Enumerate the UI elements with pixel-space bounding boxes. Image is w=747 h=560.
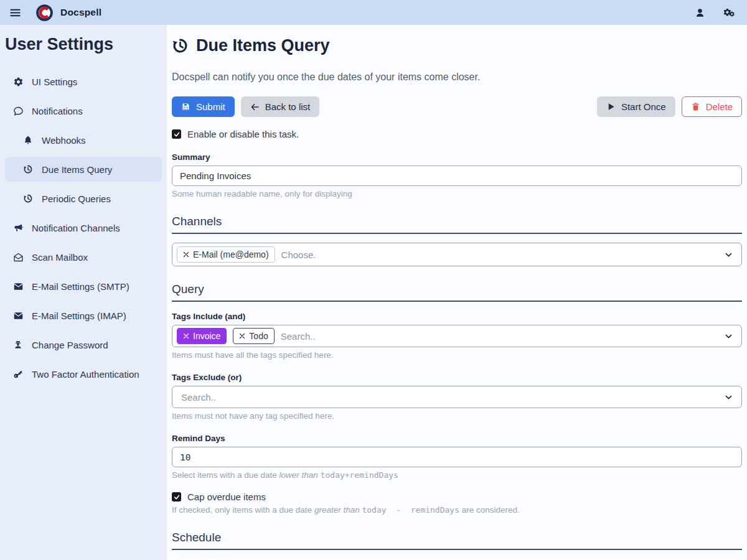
schedule-divider [172,549,742,550]
save-icon [181,102,190,111]
key-icon [12,368,24,380]
enable-task-label: Enable or disable this task. [187,129,299,139]
user-secret-icon [12,339,24,350]
query-divider [172,301,742,302]
chevron-down-icon [725,251,733,259]
history-icon [172,37,189,54]
cap-overdue-help: If checked, only items with a due date g… [172,505,742,515]
sidebar-item-label: UI Settings [32,77,77,87]
sidebar-item-label: Webhooks [42,135,86,146]
sidebar-item-label: E-Mail Settings (IMAP) [32,310,126,321]
channel-chip-email[interactable]: E-Mail (me@demo) [177,246,275,263]
query-heading: Query [172,282,742,296]
remove-chip-icon[interactable] [183,251,189,258]
trash-icon [691,102,700,111]
schedule-heading: Schedule [172,531,742,544]
envelope-open-icon [12,251,24,263]
docspell-logo [36,4,53,21]
sidebar-item-label: Change Password [32,340,108,350]
bell-icon [22,134,34,146]
remind-days-input[interactable] [172,447,742,467]
tags-include-placeholder: Search.. [281,331,316,342]
tags-exclude-label: Tags Exclude (or) [172,373,742,382]
sidebar-item-label: Scan Mailbox [32,252,88,263]
channels-divider [172,233,742,234]
sidebar-item-label: Periodic Queries [42,194,111,204]
tags-exclude-select[interactable]: Search.. [172,386,742,408]
sidebar-item-ui-settings[interactable]: UI Settings [5,69,162,94]
tag-chip-invoice[interactable]: Invoice [177,328,227,344]
enable-task-row: Enable or disable this task. [172,129,742,139]
sidebar-item-label: Two Factor Authentication [32,369,139,380]
channels-heading: Channels [172,215,742,228]
remind-days-help: Select items with a due date lower than … [172,470,742,480]
tags-include-help: Items must have all the tags specified h… [172,350,742,360]
action-buttons: Submit Back to list Start Once Delete [172,96,742,117]
top-navbar: Docspell [0,0,747,25]
sidebar-item-label: Notifications [32,106,83,116]
enable-task-checkbox[interactable] [172,129,181,139]
sidebar-item-two-factor[interactable]: Two Factor Authentication [5,362,162,386]
bullhorn-icon [12,222,24,233]
history-icon [22,164,34,175]
sidebar-item-label: Due Items Query [42,164,112,175]
sidebar-item-due-items-query[interactable]: Due Items Query [5,157,162,182]
sidebar-item-notification-channels[interactable]: Notification Channels [5,215,162,240]
sidebar-item-email-smtp[interactable]: E-Mail Settings (SMTP) [5,274,162,299]
sidebar-item-change-password[interactable]: Change Password [5,332,162,357]
gear-icon [12,76,24,87]
cap-overdue-checkbox[interactable] [172,492,181,502]
chevron-down-icon [725,332,733,340]
envelope-icon [12,310,24,321]
channels-placeholder: Choose. [281,250,316,260]
sidebar-item-label: Notification Channels [32,223,120,233]
history-icon [22,193,34,204]
delete-button[interactable]: Delete [682,96,742,117]
play-icon [606,102,616,111]
settings-cogs-icon[interactable] [723,6,736,19]
comment-icon [12,105,24,116]
app-title: Docspell [60,7,101,18]
arrow-left-icon [250,102,260,111]
tags-include-label: Tags Include (and) [172,312,742,321]
sidebar-item-scan-mailbox[interactable]: Scan Mailbox [5,245,162,269]
summary-label: Summary [172,152,742,162]
summary-help: Some human readable name, only for displ… [172,189,742,198]
start-once-button[interactable]: Start Once [597,96,675,117]
hamburger-menu-icon[interactable] [9,6,21,19]
tags-include-select[interactable]: Invoice Todo Search.. [172,325,742,347]
page-title: Due Items Query [172,36,742,55]
sidebar-item-label: E-Mail Settings (SMTP) [32,281,129,292]
page-description: Docspell can notify you once the due dat… [172,72,742,83]
sidebar-item-email-imap[interactable]: E-Mail Settings (IMAP) [5,303,162,328]
back-to-list-button[interactable]: Back to list [241,96,320,117]
sidebar-item-notifications[interactable]: Notifications [5,98,162,123]
tag-chip-todo[interactable]: Todo [233,328,274,344]
summary-input[interactable] [172,166,742,186]
sidebar-title: User Settings [5,35,162,54]
sidebar-item-webhooks[interactable]: Webhooks [5,128,162,152]
user-settings-sidebar: User Settings UI Settings Notifications … [0,25,167,560]
envelope-icon [12,281,24,292]
remind-days-label: Remind Days [172,434,742,443]
channels-select[interactable]: E-Mail (me@demo) Choose. [172,243,742,266]
sidebar-item-periodic-queries[interactable]: Periodic Queries [5,186,162,211]
chevron-down-icon [725,393,733,401]
cap-overdue-row: Cap overdue items [172,492,742,502]
tags-exclude-help: Items must not have any tag specified he… [172,411,742,421]
remove-chip-icon[interactable] [183,333,189,339]
submit-button[interactable]: Submit [172,96,235,117]
cap-overdue-label: Cap overdue items [187,492,266,502]
main-content: Due Items Query Docspell can notify you … [167,25,747,560]
remove-chip-icon[interactable] [239,333,245,339]
tags-exclude-placeholder: Search.. [181,392,216,403]
user-account-icon[interactable] [693,6,706,19]
